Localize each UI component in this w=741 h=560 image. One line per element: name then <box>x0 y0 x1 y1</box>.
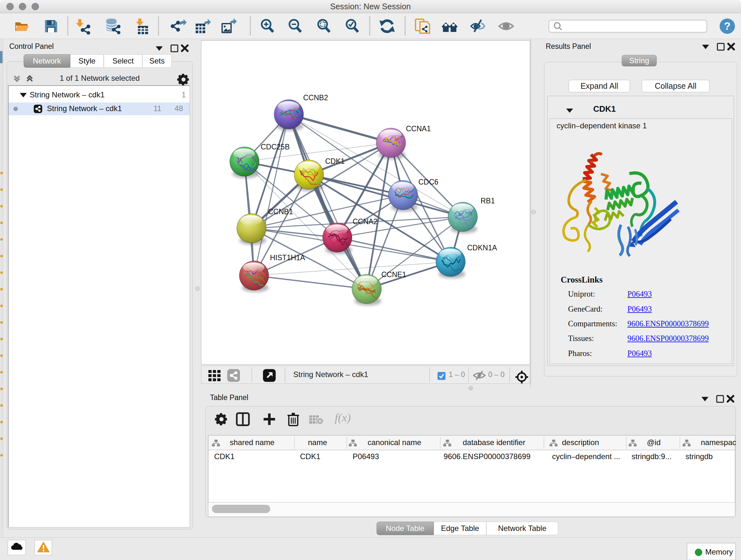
svg-text:RB1: RB1 <box>481 197 495 205</box>
svg-text:CDKN1A: CDKN1A <box>467 244 497 252</box>
svg-text:?: ? <box>724 20 731 32</box>
svg-text:CDC6: CDC6 <box>418 178 439 186</box>
svg-text:CCNB1: CCNB1 <box>268 207 293 216</box>
svg-text:HIST1H1A: HIST1H1A <box>270 253 306 262</box>
svg-text:CCNA2: CCNA2 <box>353 217 378 226</box>
svg-text:CDK1: CDK1 <box>325 157 345 165</box>
svg-text:CCNA1: CCNA1 <box>406 125 431 133</box>
svg-text:CCNE1: CCNE1 <box>381 270 406 279</box>
svg-text:CDC25B: CDC25B <box>261 143 290 151</box>
svg-text:CCNB2: CCNB2 <box>303 94 328 102</box>
